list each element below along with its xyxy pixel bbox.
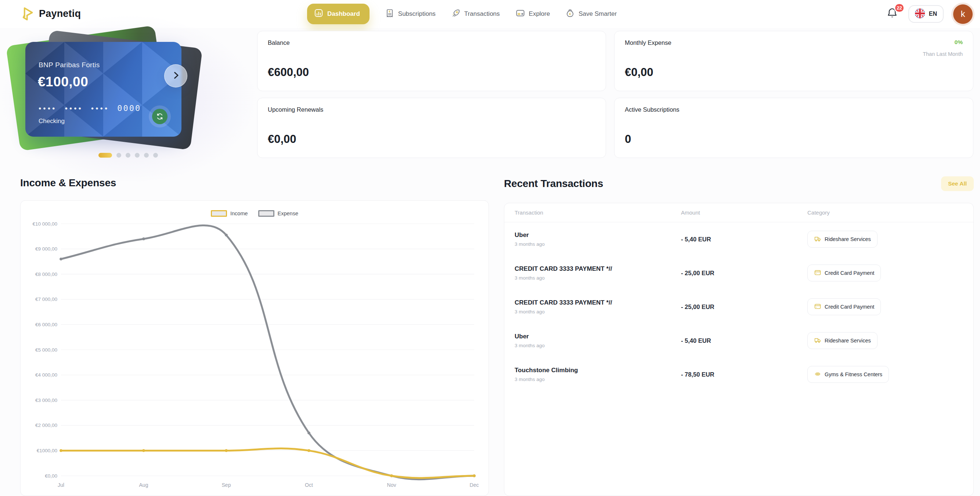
active-subscriptions-value: 0 [625,132,631,146]
bell-icon [886,16,898,22]
carousel-dot-6[interactable] [153,153,158,158]
chevron-right-icon [171,70,181,82]
nav-item-label: Transactions [464,10,500,18]
svg-text:Oct: Oct [305,482,313,488]
card-icon [515,8,525,20]
upcoming-renewals-card: Upcoming Renewals €0,00 [257,98,606,158]
carousel-dot-5[interactable] [144,153,149,158]
chart-section-title: Income & Expenses [20,177,116,189]
balance-card: Balance €600,00 [257,31,606,91]
language-code: EN [929,11,937,17]
svg-text:Nov: Nov [387,482,396,488]
nav-item-label: Dashboard [327,10,360,18]
transaction-row[interactable]: Uber3 months ago - 5,40 EUR Rideshare Se… [504,222,974,256]
category-badge: Gyms & Fitness Centers [807,366,889,383]
fitness-icon [814,370,821,379]
monthly-expense-card: Monthly Expense 0% Than Last Month €0,00 [614,31,974,91]
carousel-dot-1[interactable] [99,153,112,158]
card-number: •••• •••• •••• 0000 [38,104,141,113]
svg-text:€3 000,00: €3 000,00 [35,397,57,403]
monthly-expense-change-caption: Than Last Month [923,51,963,57]
credit-card-icon [814,269,821,278]
rocket-icon [451,8,461,20]
legend-label: Expense [278,211,298,216]
transaction-row[interactable]: Touchstone Climbing3 months ago - 78,50 … [504,357,974,391]
language-selector[interactable]: EN [908,5,943,23]
balance-label: Balance [268,39,595,46]
svg-text:€0,00: €0,00 [45,473,57,479]
chart-legend: IncomeExpense [211,210,298,217]
carousel-dots [99,153,158,158]
see-all-button[interactable]: See All [941,176,974,191]
active-subscriptions-card: Active Subscriptions 0 [614,98,974,158]
svg-text:€: € [570,12,571,16]
carousel-dot-4[interactable] [135,153,140,158]
truck-icon [814,337,821,345]
credit-card-icon [814,303,821,311]
transaction-row[interactable]: CREDIT CARD 3333 PAYMENT *//3 months ago… [504,290,974,324]
nav-item-dashboard[interactable]: Dashboard [307,4,369,24]
wallet-card-carousel: BNP Paribas Fortis €100,00 •••• •••• •••… [15,32,242,166]
nav-item-label: Subscriptions [398,10,436,18]
upcoming-renewals-label: Upcoming Renewals [268,106,595,113]
svg-text:€5 000,00: €5 000,00 [35,347,57,353]
carousel-next-button[interactable] [164,64,187,88]
monthly-expense-value: €0,00 [625,66,654,79]
nav-item-transactions[interactable]: Transactions [451,8,500,20]
legend-label: Income [230,211,248,216]
moneybag-icon: € [565,8,575,20]
svg-text:€: € [389,10,391,13]
legend-item-expense[interactable]: Expense [258,210,298,217]
nav-item-label: Save Smarter [579,10,617,18]
transactions-panel: TransactionAmountCategory Uber3 months a… [504,203,974,496]
svg-text:Aug: Aug [139,482,148,488]
transactions-table-body: Uber3 months ago - 5,40 EUR Rideshare Se… [504,222,974,391]
category-badge: Credit Card Payment [807,298,881,315]
svg-text:€7 000,00: €7 000,00 [35,297,57,302]
stats-grid: Balance €600,00 Monthly Expense 0% Than … [257,31,974,158]
card-bank-name: BNP Paribas Fortis [38,61,100,69]
nav-item-explore[interactable]: Explore [515,8,550,20]
monthly-expense-change: 0% [955,39,963,46]
uk-flag-icon [915,8,925,20]
main-nav: Dashboard€SubscriptionsTransactionsExplo… [307,0,617,28]
notification-count-badge: 22 [894,3,904,13]
svg-text:Sep: Sep [222,482,231,488]
subscriptions-icon: € [385,8,395,20]
upcoming-renewals-value: €0,00 [268,132,296,146]
legend-swatch [211,210,227,217]
card-balance: €100,00 [38,74,88,90]
svg-text:Dec: Dec [470,482,479,488]
nav-item-label: Explore [529,10,550,18]
carousel-dot-3[interactable] [126,153,130,158]
balance-value: €600,00 [268,66,309,79]
transaction-row[interactable]: Uber3 months ago - 5,40 EUR Rideshare Se… [504,324,974,357]
card-last4: 0000 [117,104,141,113]
transaction-row[interactable]: CREDIT CARD 3333 PAYMENT *//3 months ago… [504,256,974,290]
svg-text:€10 000,00: €10 000,00 [32,221,57,227]
income-expenses-chart: €10 000,00€9 000,00€8 000,00€7 000,00€6 … [21,201,489,496]
income-expenses-chart-panel: IncomeExpense €10 000,00€9 000,00€8 000,… [20,200,489,496]
svg-text:€2 000,00: €2 000,00 [35,423,57,428]
nav-item-subscriptions[interactable]: €Subscriptions [385,8,436,20]
truck-icon [814,235,821,244]
dashboard-icon [314,8,324,20]
topbar-actions: 22 EN k [886,0,973,28]
monthly-expense-label: Monthly Expense [625,39,963,46]
column-header-category: Category [807,209,963,216]
user-avatar[interactable]: k [953,5,973,24]
bank-sync-logo-icon [152,109,167,124]
notifications-button[interactable]: 22 [886,6,899,21]
category-badge: Credit Card Payment [807,265,881,281]
transactions-title: Recent Transactions [504,178,603,190]
legend-item-income[interactable]: Income [211,210,248,217]
svg-text:€8 000,00: €8 000,00 [35,271,57,277]
carousel-dot-2[interactable] [116,153,121,158]
svg-text:€4 000,00: €4 000,00 [35,372,57,378]
svg-text:€1000,00: €1000,00 [37,448,57,453]
transactions-table-header: TransactionAmountCategory [504,203,974,222]
wallet-card[interactable]: BNP Paribas Fortis €100,00 •••• •••• •••… [25,42,181,137]
category-badge: Rideshare Services [807,332,878,349]
transactions-header: Recent Transactions See All [504,176,974,191]
nav-item-save-smarter[interactable]: €Save Smarter [565,8,617,20]
